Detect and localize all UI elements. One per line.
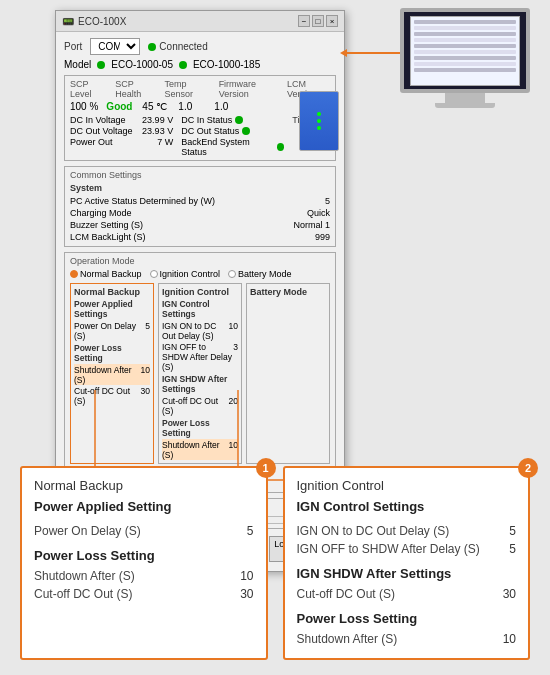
ign-on-label: IGN ON to DC Out Delay (S) (162, 321, 229, 341)
title-bar-title: 📟 ECO-100X (62, 16, 126, 27)
scp-health-value: Good (106, 101, 134, 112)
power-applied-title: Power Applied Settings (74, 299, 150, 319)
buzzer-value: Normal 1 (293, 220, 330, 230)
scp-values: 100 % Good 45 ℃ 1.0 1.0 (70, 101, 330, 112)
power-loss-title: Power Loss Setting (74, 343, 150, 363)
charging-mode-label: Charging Mode (70, 208, 132, 218)
backend-status-row: BackEnd System Status (181, 137, 284, 157)
ign-cutoff-label: Cut-off DC Out (S) (162, 396, 229, 416)
annotation1-cutoff-row: Cut-off DC Out (S) 30 (34, 585, 254, 603)
firmware-value: 1.0 (178, 101, 206, 112)
ign-shutdown-label: Shutdown After (S) (162, 440, 229, 460)
port-select[interactable]: COM4 (90, 38, 140, 55)
battery-mode-radio-circle (228, 270, 236, 278)
battery-mode-radio[interactable]: Battery Mode (228, 269, 292, 279)
ign-shutdown-row: Shutdown After (S) 10 (162, 439, 238, 460)
model-dot1 (97, 61, 105, 69)
model-value2: ECO-1000-185 (193, 59, 260, 70)
charging-mode-row: Charging Mode Quick (70, 207, 330, 219)
close-button[interactable]: × (326, 15, 338, 27)
ign-shdw-title: IGN SHDW After Settings (162, 374, 238, 394)
model-value1: ECO-1000-05 (111, 59, 173, 70)
annotation2-shutdown-label: Shutdown After (S) (297, 632, 398, 646)
screen-line5 (414, 44, 516, 48)
buzzer-row: Buzzer Setting (S) Normal 1 (70, 219, 330, 231)
lcm-backlight-label: LCM BackLight (S) (70, 232, 146, 242)
battery-mode-panel: Battery Mode (246, 283, 330, 464)
monitor-arrow (345, 52, 400, 54)
normal-backup-radio-circle (70, 270, 78, 278)
dc-out-status-row: DC Out Status (181, 126, 284, 136)
scp-header: SCP Level SCP Health Temp Sensor Firmwar… (70, 79, 330, 99)
ignition-control-radio[interactable]: Ignition Control (150, 269, 221, 279)
op-mode-header: Normal Backup Ignition Control Battery M… (70, 269, 330, 279)
ignition-panel-title: Ignition Control (162, 287, 238, 297)
backend-status-dot (277, 143, 285, 151)
system-label: System (70, 183, 330, 193)
connected-badge: Connected (148, 41, 207, 52)
dc-in-status-dot (235, 116, 243, 124)
annotation-panel-1-title: Normal Backup (34, 478, 254, 493)
battery-mode-panel-title: Battery Mode (250, 287, 326, 297)
screen-line8 (414, 62, 516, 66)
lcm-backlight-row: LCM BackLight (S) 999 (70, 231, 330, 243)
dc-out-voltage-value: 23.93 V (142, 126, 173, 136)
screen-line4 (414, 38, 516, 42)
shutdown-after-value: 10 (141, 365, 150, 385)
annotation-panel-1-number: 1 (256, 458, 276, 478)
maximize-button[interactable]: □ (312, 15, 324, 27)
ign-off-value: 3 (233, 342, 238, 372)
annotation1-section2: Power Loss Setting (34, 548, 254, 563)
scp-level-value: 100 % (70, 101, 98, 112)
operation-mode-title: Operation Mode (70, 256, 330, 266)
shutdown-after-row: Shutdown After (S) 10 (74, 364, 150, 385)
scp-section: SCP Level SCP Health Temp Sensor Firmwar… (64, 75, 336, 161)
buzzer-label: Buzzer Setting (S) (70, 220, 143, 230)
normal-backup-panel: Normal Backup Power Applied Settings Pow… (70, 283, 154, 464)
lcm-backlight-value: 999 (315, 232, 330, 242)
scp-level-header: SCP Level (70, 79, 105, 99)
dc-stats: DC In Voltage 23.99 V DC In Status DC Ou… (70, 115, 284, 157)
ign-off-label: IGN OFF to SHDW After Delay (S) (162, 342, 233, 372)
power-out-value: 7 W (157, 137, 173, 157)
battery-mode-radio-label: Battery Mode (238, 269, 292, 279)
app-icon: 📟 (62, 16, 74, 27)
dc-in-status-label: DC In Status (181, 115, 232, 125)
power-on-delay-value: 5 (145, 321, 150, 341)
charging-mode-value: Quick (307, 208, 330, 218)
connected-label: Connected (159, 41, 207, 52)
annotation2-cutoff-row: Cut-off DC Out (S) 30 (297, 585, 517, 603)
ignition-radio-label: Ignition Control (160, 269, 221, 279)
ign-cutoff-value: 20 (229, 396, 238, 416)
annotation2-cutoff-label: Cut-off DC Out (S) (297, 587, 395, 601)
screen-line2 (414, 26, 516, 30)
normal-backup-radio[interactable]: Normal Backup (70, 269, 142, 279)
minimize-button[interactable]: − (298, 15, 310, 27)
monitor-base (435, 103, 495, 108)
annotation1-power-on-label: Power On Delay (S) (34, 524, 141, 538)
model-row: Model ECO-1000-05 ECO-1000-185 (64, 59, 336, 70)
app-title: ECO-100X (78, 16, 126, 27)
annotation2-ign-off-value: 5 (509, 542, 516, 556)
ign-off-row: IGN OFF to SHDW After Delay (S) 3 (162, 341, 238, 372)
firmware-header: Firmware Version (219, 79, 277, 99)
power-out-label: Power Out (70, 137, 113, 157)
device-image (299, 91, 339, 151)
screen-line6 (414, 50, 516, 54)
title-bar: 📟 ECO-100X − □ × (56, 11, 344, 32)
pc-active-label: PC Active Status Determined by (W) (70, 196, 215, 206)
normal-backup-panel-title: Normal Backup (74, 287, 150, 297)
normal-backup-radio-label: Normal Backup (80, 269, 142, 279)
annotation1-cutoff-label: Cut-off DC Out (S) (34, 587, 132, 601)
dc-out-voltage-row: DC Out Voltage 23.93 V (70, 126, 173, 136)
port-row: Port COM4 Connected (64, 38, 336, 55)
monitor-screen (400, 8, 530, 93)
ign-power-loss-title: Power Loss Setting (162, 418, 238, 438)
dc-in-voltage-row: DC In Voltage 23.99 V (70, 115, 173, 125)
screen-line1 (414, 20, 516, 24)
ignition-radio-circle (150, 270, 158, 278)
device-led2 (317, 119, 321, 123)
ign-shutdown-value: 10 (229, 440, 238, 460)
screen-line9 (414, 68, 516, 72)
backend-status-label: BackEnd System Status (181, 137, 274, 157)
